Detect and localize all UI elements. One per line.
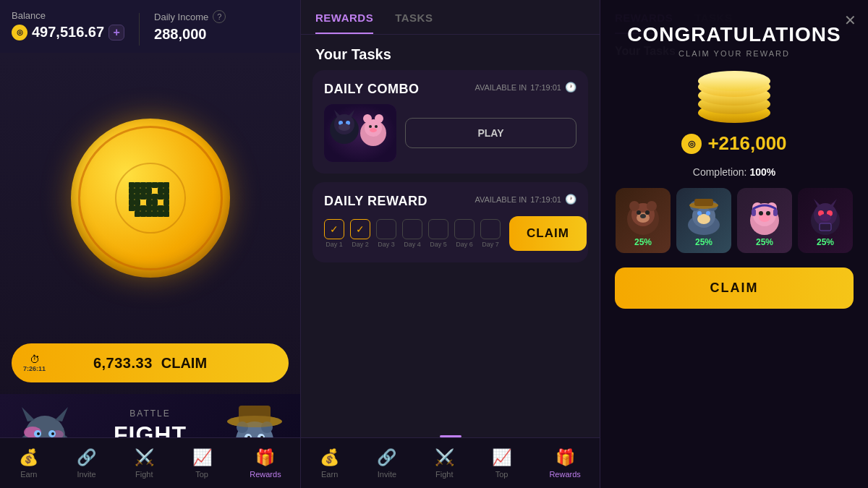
- reward-content: ✓ Day 1 ✓ Day 2 Day 3 Day 4: [324, 216, 576, 251]
- reward-coin-icon: ◎: [681, 134, 702, 154]
- mid-nav-invite[interactable]: 🔗 Invite: [368, 442, 405, 484]
- svg-point-85: [640, 214, 646, 218]
- congrats-subtitle: CLAIM YOUR REWARD: [678, 49, 790, 58]
- balance-coin-icon: ◎: [12, 25, 27, 40]
- day-2: ✓ Day 2: [350, 219, 370, 248]
- invite-label: Invite: [77, 470, 95, 479]
- svg-point-81: [647, 201, 657, 211]
- day-3-check: [376, 219, 396, 239]
- mid-fight-icon: ⚔️: [435, 448, 454, 467]
- nav-fight[interactable]: ⚔️ Fight: [126, 442, 163, 484]
- mid-earn-icon: 💰: [320, 448, 339, 467]
- day-5-label: Day 5: [430, 241, 447, 248]
- reward-claim-button[interactable]: CLAIM: [509, 216, 587, 251]
- char-card-bear: 25%: [616, 188, 671, 253]
- day-1-check: ✓: [324, 219, 344, 239]
- timer-icon: ⏱: [30, 354, 40, 365]
- day-6-check: [454, 219, 475, 239]
- day-2-check: ✓: [350, 219, 370, 239]
- top-bar: Balance ◎ 497,516.67 + Daily Income ? 28…: [0, 0, 300, 53]
- svg-point-102: [759, 211, 763, 215]
- mid-fight-label: Fight: [435, 470, 453, 479]
- battle-label-text: BATTLE: [83, 408, 217, 419]
- nav-rewards[interactable]: 🎁 Rewards: [241, 442, 289, 484]
- combo-time: 17:19:01: [530, 83, 561, 92]
- reward-clock-icon: 🕐: [565, 194, 576, 205]
- day-1: ✓ Day 1: [324, 219, 344, 248]
- svg-point-76: [375, 125, 378, 128]
- invite-icon: 🔗: [77, 448, 96, 467]
- fight-label: Fight: [135, 470, 153, 479]
- tab-tasks[interactable]: TASKS: [395, 12, 433, 34]
- day-4-label: Day 4: [404, 241, 421, 248]
- combo-content: PLAY: [324, 104, 576, 162]
- svg-point-48: [51, 432, 54, 435]
- claim-label: CLAIM: [161, 355, 207, 372]
- coin-layer-5: [698, 71, 770, 91]
- tasks-list: DAILY COMBO AVAILABLE IN 17:19:01 🕐: [301, 70, 600, 262]
- top-icon: 📈: [192, 448, 212, 467]
- svg-marker-106: [814, 199, 821, 207]
- mid-nav-top[interactable]: 📈 Top: [483, 442, 520, 484]
- svg-point-70: [339, 124, 350, 131]
- mid-nav-rewards[interactable]: 🎁 Rewards: [540, 442, 589, 484]
- combo-available-label: AVAILABLE IN: [475, 83, 527, 92]
- char-card-pig: 25%: [737, 188, 792, 253]
- day-3-label: Day 3: [378, 241, 395, 248]
- pig-pct: 25%: [756, 237, 773, 247]
- mid-invite-label: Invite: [378, 470, 396, 479]
- day-1-label: Day 1: [326, 241, 343, 248]
- combo-header: DAILY COMBO AVAILABLE IN 17:19:01 🕐: [324, 82, 576, 97]
- middle-panel: REWARDS TASKS Your Tasks DAILY COMBO AVA…: [300, 0, 600, 488]
- bear-area: [616, 194, 671, 237]
- balance-value-row: ◎ 497,516.67 +: [12, 24, 124, 40]
- balance-label: Balance: [12, 10, 124, 21]
- tasks-section-title: Your Tasks: [301, 35, 600, 70]
- congrats-overlay: ✕ CONGRATULATIONS CLAIM YOUR REWARD ◎ +2…: [600, 0, 868, 488]
- earn-icon: 💰: [19, 448, 38, 467]
- combo-available: AVAILABLE IN 17:19:01 🕐: [475, 82, 576, 93]
- middle-tab-bar: REWARDS TASKS: [301, 0, 600, 35]
- coin-area[interactable]: [0, 53, 300, 343]
- completion-text: Completion: 100%: [693, 166, 775, 178]
- days-row: ✓ Day 1 ✓ Day 2 Day 3 Day 4: [324, 219, 501, 248]
- rewards-icon: 🎁: [255, 448, 275, 467]
- mid-top-icon: 📈: [492, 448, 511, 467]
- pig-area: [737, 194, 792, 237]
- claim-amount: 6,733.33: [93, 355, 153, 372]
- nav-invite[interactable]: 🔗 Invite: [68, 442, 105, 484]
- svg-marker-107: [830, 199, 837, 207]
- tab-rewards[interactable]: REWARDS: [315, 12, 373, 34]
- claim-bar[interactable]: ⏱ 7:26:11 6,733.33 CLAIM: [12, 343, 289, 382]
- mid-earn-label: Earn: [321, 470, 338, 479]
- combo-play-button[interactable]: PLAY: [405, 118, 576, 148]
- svg-point-83: [637, 210, 641, 215]
- pig-svg: [743, 196, 786, 236]
- day-5-check: [428, 219, 448, 239]
- main-coin[interactable]: [71, 119, 230, 278]
- balance-amount: 497,516.67: [32, 24, 104, 40]
- completion-pct: 100%: [749, 166, 775, 178]
- dark-area: [798, 194, 853, 237]
- day-4-check: [402, 219, 422, 239]
- day-7: Day 7: [480, 219, 501, 248]
- final-claim-button[interactable]: CLAIM: [615, 267, 854, 309]
- mid-rewards-label: Rewards: [549, 470, 580, 479]
- mid-top-label: Top: [495, 470, 509, 479]
- daily-income-value: 288,000: [154, 26, 226, 43]
- add-balance-button[interactable]: +: [109, 25, 124, 40]
- nav-earn[interactable]: 💰 Earn: [10, 442, 47, 484]
- reward-available-label: AVAILABLE IN: [475, 195, 527, 204]
- day-7-check: [480, 219, 501, 239]
- svg-point-62: [227, 416, 282, 427]
- help-icon[interactable]: ?: [213, 10, 226, 23]
- daily-section: Daily Income ? 288,000: [154, 10, 226, 43]
- mid-nav-earn[interactable]: 💰 Earn: [311, 442, 348, 484]
- close-button[interactable]: ✕: [844, 12, 856, 29]
- nav-top[interactable]: 📈 Top: [184, 442, 221, 484]
- mid-nav-fight[interactable]: ⚔️ Fight: [426, 442, 463, 484]
- reward-amount-value: +216,000: [707, 132, 786, 155]
- congrats-title: CONGRATULATIONS: [627, 23, 841, 46]
- mid-rewards-icon: 🎁: [556, 448, 575, 467]
- reward-header: DAILY REWARD AVAILABLE IN 17:19:01 🕐: [324, 194, 576, 209]
